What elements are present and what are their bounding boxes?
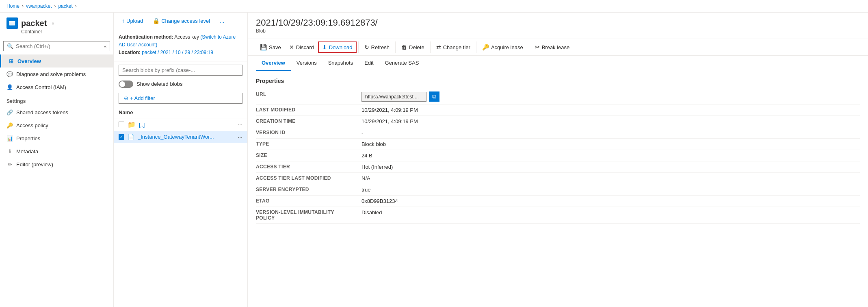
detail-content: Properties URL https://vwanpackettest...… [248,71,868,307]
sidebar-subtitle: Container [21,29,107,35]
acquire-lease-button[interactable]: 🔑 Acquire lease [478,41,527,53]
key-icon: 🔑 [6,122,13,128]
sidebar-item-shared-access-tokens[interactable]: 🔗 Shared access tokens [0,106,113,119]
download-icon: ⬇ [322,44,327,50]
blob-search-container [114,61,247,79]
show-deleted-toggle[interactable] [119,81,133,88]
sidebar-item-properties[interactable]: 📊 Properties [0,132,113,145]
prop-val-last-modified: 10/29/2021, 4:09:19 PM [361,107,418,113]
tab-overview[interactable]: Overview [256,56,291,71]
delete-icon: 🗑 [401,44,407,50]
info-icon: ℹ [6,148,13,155]
tab-snapshots[interactable]: Snapshots [323,56,359,71]
change-access-button[interactable]: 🔒 Change access level [149,16,213,26]
refresh-button[interactable]: ↻ Refresh [360,41,394,53]
collapse-search-icon[interactable]: « [104,44,106,49]
file-name-instance[interactable]: _Instance_GatewayTenantWor... [138,134,234,140]
tab-edit[interactable]: Edit [359,56,379,71]
upload-button[interactable]: ↑ Upload [119,16,146,26]
prop-row-last-modified: LAST MODIFIED 10/29/2021, 4:09:19 PM [256,105,860,116]
save-icon: 💾 [260,44,267,50]
change-tier-button[interactable]: ⇄ Change tier [432,41,474,53]
delete-label: Delete [409,44,424,50]
breadcrumb-vwanpacket[interactable]: vwanpacket [26,3,52,9]
detail-tabs: Overview Versions Snapshots Edit Generat… [248,56,868,71]
more-icon: ... [220,18,224,24]
sidebar-title: packet [21,19,47,28]
upload-icon: ↑ [122,17,125,24]
sidebar-item-metadata[interactable]: ℹ Metadata [0,145,113,158]
prop-val-immutability: Disabled [361,209,382,216]
discard-button[interactable]: ✕ Discard [285,41,318,53]
breadcrumb-home[interactable]: Home [6,3,19,9]
blob-search-input[interactable] [119,65,242,76]
auth-info: Authentication method: Access key (Switc… [114,29,247,61]
prop-val-url: https://vwanpackettest.... ⧉ [361,91,439,102]
tab-versions[interactable]: Versions [291,56,323,71]
prop-key-access-tier: ACCESS TIER [256,164,353,170]
detail-header: 2021/10/29/23:09:19.6912873/ Blob [248,13,868,39]
sidebar-item-overview[interactable]: ⊞ Overview [0,54,113,67]
prop-row-immutability: VERSION-LEVEL IMMUTABILITY POLICY Disabl… [256,207,860,224]
file-menu-parent[interactable]: ··· [238,121,242,128]
more-button[interactable]: ... [216,16,227,26]
tab-generate-sas[interactable]: Generate SAS [379,56,425,71]
acquire-lease-icon: 🔑 [482,44,489,50]
location-value[interactable]: packet / 2021 / 10 / 29 / 23:09:19 [142,50,213,55]
add-filter-label: + Add filter [130,95,155,101]
search-box[interactable]: 🔍 « [3,41,110,51]
properties-title: Properties [256,78,860,84]
file-checkbox-parent[interactable] [119,122,124,127]
prop-key-creation-time: CREATION TIME [256,118,353,124]
container-icon [6,17,18,29]
file-list: 📁 [..] ··· ✓ 📄 _Instance_GatewayTenantWo… [114,118,247,307]
sidebar-label-access-policy: Access policy [16,122,48,128]
upload-label: Upload [126,18,143,24]
copy-url-button[interactable]: ⧉ [429,91,439,102]
prop-key-server-encrypted: SERVER ENCRYPTED [256,187,353,192]
refresh-icon: ↻ [364,44,369,50]
breadcrumb-packet[interactable]: packet [58,3,72,9]
sidebar-label-editor: Editor (preview) [16,161,53,168]
prop-val-size: 24 B [361,152,372,159]
prop-val-version-id: - [361,130,363,136]
file-menu-instance[interactable]: ··· [238,134,242,140]
add-filter-button[interactable]: ⊕ + Add filter [119,93,242,104]
sidebar-item-editor[interactable]: ✏ Editor (preview) [0,158,113,171]
sidebar-item-access-policy[interactable]: 🔑 Access policy [0,119,113,132]
lock-icon: 🔒 [153,17,160,24]
change-tier-label: Change tier [443,44,470,50]
file-name-parent[interactable]: [..] [139,122,234,128]
breadcrumb-sep3: › [75,3,77,9]
prop-key-url: URL [256,91,353,97]
prop-row-access-tier: ACCESS TIER Hot (Inferred) [256,161,860,173]
prop-val-access-tier: Hot (Inferred) [361,164,393,170]
save-label: Save [269,44,281,50]
sidebar-item-iam[interactable]: 👤 Access Control (IAM) [0,81,113,94]
search-icon: 🔍 [7,43,13,49]
show-deleted-row: Show deleted blobs [114,79,247,89]
save-button[interactable]: 💾 Save [256,41,285,53]
prop-val-etag: 0x8D99B31234 [361,198,398,204]
sidebar-label-shared-access-tokens: Shared access tokens [16,109,68,115]
sidebar-item-diagnose[interactable]: 💬 Diagnose and solve problems [0,67,113,81]
link-icon: 🔗 [6,109,13,115]
toolbar-separator-3 [430,41,431,53]
prop-row-etag: ETAG 0x8D99B31234 [256,196,860,207]
delete-button[interactable]: 🗑 Delete [397,41,429,53]
file-checkbox-instance[interactable]: ✓ [119,134,124,140]
change-access-label: Change access level [161,18,210,24]
detail-subtitle: Blob [256,28,860,34]
checkmark-icon: ✓ [120,135,123,139]
break-lease-button[interactable]: ✂ Break lease [531,41,574,53]
toolbar-separator-1 [358,41,359,53]
detail-title: 2021/10/29/23:09:19.6912873/ [256,17,860,28]
search-input[interactable] [16,43,102,49]
breadcrumb-sep1: › [22,3,24,9]
download-button[interactable]: ⬇ Download [318,41,357,53]
settings-section-header: Settings [0,94,113,106]
toolbar-separator-2 [395,41,396,53]
toolbar-separator-5 [529,41,529,53]
middle-toolbar: ↑ Upload 🔒 Change access level ... [114,13,247,29]
collapse-sidebar-icon[interactable]: « [50,20,56,27]
